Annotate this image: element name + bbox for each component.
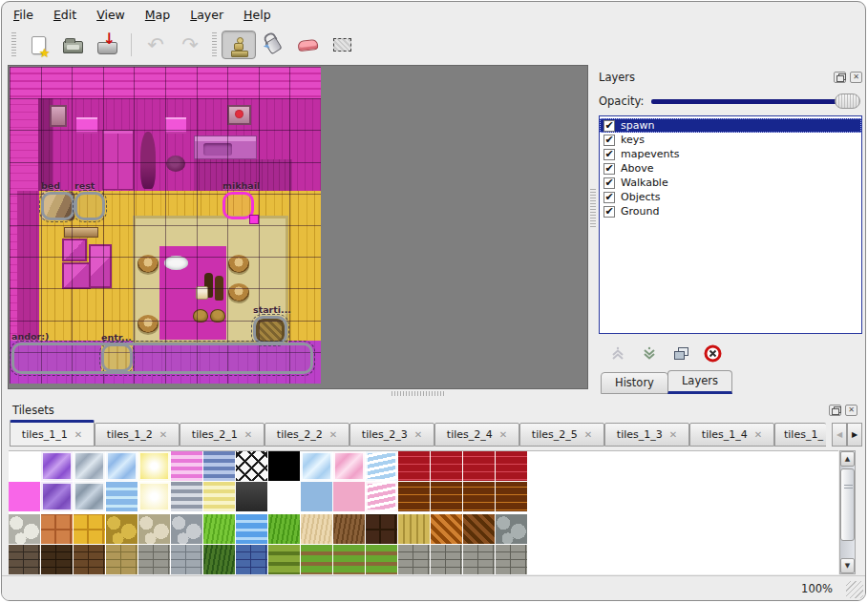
menu-item-map[interactable]: Map xyxy=(145,8,170,22)
map-canvas[interactable]: bedrestmikhailstarti...entr...andor:) xyxy=(10,67,321,384)
tile-swatch[interactable] xyxy=(496,451,527,481)
tile-swatch[interactable] xyxy=(431,545,462,574)
fill-tool-button[interactable] xyxy=(256,31,290,59)
map-object-rest[interactable] xyxy=(74,192,105,220)
layer-row-ground[interactable]: ✔Ground xyxy=(600,204,861,218)
menu-item-help[interactable]: Help xyxy=(243,8,271,22)
tile-swatch[interactable] xyxy=(171,451,202,481)
map-object-starti[interactable] xyxy=(253,316,287,344)
scroll-tabs-left-button[interactable]: ◀ xyxy=(832,423,847,447)
redo-button[interactable]: ↷ xyxy=(173,31,207,59)
tile-swatch[interactable] xyxy=(106,514,138,544)
lower-layer-button[interactable] xyxy=(638,342,661,364)
open-file-button[interactable] xyxy=(55,31,90,59)
opacity-slider[interactable] xyxy=(651,94,860,109)
scroll-up-button[interactable]: ▲ xyxy=(840,451,855,467)
tile-swatch[interactable] xyxy=(268,545,300,574)
tileset-tab-tiles_2_5[interactable]: tiles_2_5✕ xyxy=(519,423,604,447)
tile-swatch[interactable] xyxy=(236,482,267,511)
layer-row-walkable[interactable]: ✔Walkable xyxy=(600,176,861,190)
toolbar-drag-handle[interactable] xyxy=(11,32,16,57)
slider-track[interactable] xyxy=(651,99,857,104)
raise-layer-button[interactable] xyxy=(606,342,629,364)
float-panel-button[interactable] xyxy=(834,72,846,83)
tile-swatch[interactable] xyxy=(9,482,40,511)
dock-tab-layers[interactable]: Layers xyxy=(667,370,732,394)
toolbar-drag-handle[interactable] xyxy=(212,32,217,57)
close-panel-button[interactable]: ✕ xyxy=(845,405,857,416)
tile-swatch[interactable] xyxy=(106,545,138,574)
tile-swatch[interactable] xyxy=(41,514,73,544)
tile-swatch[interactable] xyxy=(236,545,267,574)
tile-swatch[interactable] xyxy=(74,514,105,544)
tileset-tab-tiles_1_1[interactable]: tiles_1_1✕ xyxy=(10,420,95,447)
float-panel-button[interactable] xyxy=(829,405,841,416)
tile-swatch[interactable] xyxy=(366,545,397,574)
tile-swatch[interactable] xyxy=(398,451,430,481)
resize-grip[interactable] xyxy=(846,581,863,598)
slider-handle[interactable] xyxy=(835,94,860,109)
tile-swatch[interactable] xyxy=(171,545,202,574)
close-tab-icon[interactable]: ✕ xyxy=(584,429,592,440)
new-file-button[interactable] xyxy=(21,31,55,59)
tile-swatch[interactable] xyxy=(9,451,40,481)
tile-swatch[interactable] xyxy=(398,514,430,544)
duplicate-layer-button[interactable] xyxy=(669,342,692,364)
tile-swatch[interactable] xyxy=(301,545,332,574)
tile-swatch[interactable] xyxy=(463,545,495,574)
tile-swatch[interactable] xyxy=(203,482,235,511)
tile-swatch[interactable] xyxy=(463,514,495,544)
tile-swatch[interactable] xyxy=(203,545,235,574)
stamp-tool-button[interactable] xyxy=(222,31,256,59)
tile-swatch[interactable] xyxy=(41,482,73,511)
select-tool-button[interactable] xyxy=(325,31,359,59)
delete-layer-button[interactable] xyxy=(701,342,724,364)
layer-row-objects[interactable]: ✔Objects xyxy=(600,190,861,204)
layer-visibility-checkbox[interactable]: ✔ xyxy=(603,120,615,132)
tile-swatch[interactable] xyxy=(431,482,462,511)
tile-swatch[interactable] xyxy=(268,482,300,511)
tile-swatch[interactable] xyxy=(463,482,495,511)
tile-swatch[interactable] xyxy=(74,545,105,574)
tile-swatch[interactable] xyxy=(41,545,73,574)
close-tab-icon[interactable]: ✕ xyxy=(669,429,677,440)
tile-swatch[interactable] xyxy=(236,514,267,544)
tile-swatch[interactable] xyxy=(431,451,462,481)
tile-swatch[interactable] xyxy=(431,514,462,544)
tileset-tab-tiles_2_2[interactable]: tiles_2_2✕ xyxy=(265,423,349,447)
tile-swatch[interactable] xyxy=(268,514,300,544)
close-tab-icon[interactable]: ✕ xyxy=(159,429,167,440)
tile-swatch[interactable] xyxy=(366,482,397,511)
tile-swatch[interactable] xyxy=(41,451,73,481)
layer-visibility-checkbox[interactable]: ✔ xyxy=(603,135,615,146)
tile-swatch[interactable] xyxy=(398,545,430,574)
tileset-tab-tiles_1_[interactable]: tiles_1_ xyxy=(774,423,826,447)
tileset-tab-tiles_2_4[interactable]: tiles_2_4✕ xyxy=(434,423,519,447)
close-tab-icon[interactable]: ✕ xyxy=(499,429,507,440)
layer-visibility-checkbox[interactable]: ✔ xyxy=(603,177,615,189)
tile-swatch[interactable] xyxy=(106,482,138,511)
tile-swatch[interactable] xyxy=(171,482,202,511)
tile-swatch[interactable] xyxy=(74,482,105,511)
layer-row-spawn[interactable]: ✔spawn xyxy=(600,118,861,133)
menu-item-file[interactable]: File xyxy=(13,8,33,22)
tile-swatch[interactable] xyxy=(9,514,40,544)
close-tab-icon[interactable]: ✕ xyxy=(414,429,422,440)
layer-visibility-checkbox[interactable]: ✔ xyxy=(603,163,615,175)
tileset-tab-tiles_1_3[interactable]: tiles_1_3✕ xyxy=(604,423,689,447)
close-tab-icon[interactable]: ✕ xyxy=(754,429,762,440)
eraser-tool-button[interactable] xyxy=(290,31,325,59)
tile-swatch[interactable] xyxy=(106,451,138,481)
close-panel-button[interactable]: ✕ xyxy=(850,72,862,83)
dock-tab-history[interactable]: History xyxy=(601,372,668,394)
tile-swatch[interactable] xyxy=(268,451,300,481)
tile-swatch[interactable] xyxy=(496,545,527,574)
close-tab-icon[interactable]: ✕ xyxy=(74,429,82,440)
map-object-mikhail[interactable] xyxy=(222,192,254,219)
undo-button[interactable]: ↶ xyxy=(138,31,173,59)
horizontal-splitter-handle[interactable] xyxy=(392,391,445,396)
tile-swatch[interactable] xyxy=(203,514,235,544)
menu-item-view[interactable]: View xyxy=(96,8,125,22)
tile-swatch[interactable] xyxy=(333,545,365,574)
scrollbar-thumb[interactable] xyxy=(840,468,855,541)
